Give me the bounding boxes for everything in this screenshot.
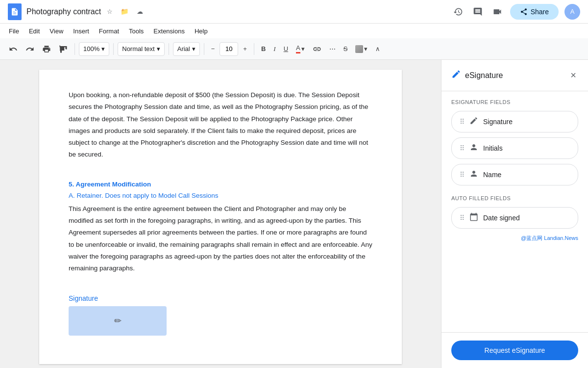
esig-header: eSignature × — [441, 60, 588, 91]
print-button[interactable] — [39, 43, 54, 55]
esig-footer: Request eSignature — [441, 332, 588, 368]
signature-box[interactable]: ✏ — [69, 306, 167, 336]
drag-icon-signature: ⠿ — [460, 118, 465, 126]
zoom-select[interactable]: 100% ▾ — [79, 42, 109, 56]
divider-1 — [74, 43, 75, 55]
top-bar: Photography contract ☆ 📁 ☁ Share A — [0, 0, 588, 24]
esig-pen-icon — [451, 69, 461, 81]
link-button[interactable] — [310, 43, 324, 55]
date-field-icon — [469, 212, 478, 223]
doc-title[interactable]: Photography contract — [26, 7, 101, 16]
section5-heading: 5. Agreement Modification — [69, 181, 372, 188]
initials-field-label: Initials — [483, 144, 503, 152]
expand-button[interactable]: ∧ — [372, 43, 383, 54]
request-esignature-button[interactable]: Request eSignature — [451, 341, 578, 360]
toolbar: 100% ▾ Normal text ▾ Arial ▾ − 10 + B I … — [0, 38, 588, 60]
star-button[interactable]: ☆ — [105, 6, 115, 17]
menu-tools[interactable]: Tools — [124, 26, 148, 37]
name-field-label: Name — [483, 171, 501, 179]
auto-fields-section: AUTO FILLED FIELDS ⠿ Date signed — [451, 195, 578, 229]
name-field-icon — [469, 169, 478, 180]
share-button[interactable]: Share — [510, 4, 559, 20]
doc-title-area: Photography contract ☆ 📁 ☁ — [26, 6, 145, 17]
text-color-button[interactable]: A▾ — [293, 42, 308, 55]
body-text: Upon booking, a non-refundable deposit o… — [69, 91, 368, 158]
highlight-button[interactable]: ▾ — [352, 43, 370, 55]
top-bar-left: Photography contract ☆ 📁 ☁ — [8, 3, 145, 20]
undo-button[interactable] — [6, 43, 21, 55]
italic-button[interactable]: I — [270, 43, 278, 55]
paint-format-button[interactable] — [56, 43, 71, 55]
section5a-text: A. Retainer. Does not apply to Model Cal… — [69, 192, 218, 199]
signature-pen-icon: ✏ — [114, 315, 122, 326]
doc-page: Upon booking, a non-refundable deposit o… — [39, 70, 402, 364]
avatar[interactable]: A — [564, 4, 580, 20]
signature-label: Signature — [69, 294, 372, 302]
body-paragraph: Upon booking, a non-refundable deposit o… — [69, 89, 372, 161]
menu-edit[interactable]: Edit — [24, 26, 45, 37]
document-area: Upon booking, a non-refundable deposit o… — [0, 60, 441, 368]
drag-icon-date: ⠿ — [460, 214, 465, 222]
menu-extensions[interactable]: Extensions — [148, 26, 190, 37]
signature-field[interactable]: ⠿ Signature — [451, 111, 578, 132]
meet-button[interactable] — [490, 5, 504, 19]
section5a-body: This Agreement is the entire agreement b… — [69, 205, 372, 272]
zoom-value: 100% — [83, 45, 99, 53]
signature-field-icon — [469, 116, 478, 127]
menu-bar: File Edit View Insert Format Tools Exten… — [0, 24, 588, 38]
main-area: Upon booking, a non-refundable deposit o… — [0, 60, 588, 368]
drag-icon-name: ⠿ — [460, 171, 465, 179]
top-bar-right: Share A — [451, 4, 580, 20]
font-value: Arial — [177, 45, 190, 53]
auto-fields-label: AUTO FILLED FIELDS — [451, 195, 578, 201]
share-label: Share — [531, 8, 549, 16]
esignature-panel: eSignature × ESIGNATURE FIELDS ⠿ Signatu… — [441, 60, 588, 368]
esig-title-area: eSignature — [451, 69, 503, 81]
divider-4 — [204, 43, 204, 55]
more-button[interactable]: ⋯ — [326, 43, 339, 54]
strikethrough-button[interactable]: S — [341, 43, 351, 54]
section5a-paragraph: This Agreement is the entire agreement b… — [69, 203, 372, 275]
font-select[interactable]: Arial ▾ — [173, 42, 200, 56]
font-size-increase[interactable]: + — [240, 43, 250, 54]
drag-icon-initials: ⠿ — [460, 144, 465, 152]
esig-fields-label: ESIGNATURE FIELDS — [451, 99, 578, 105]
initials-field-icon — [469, 143, 478, 154]
menu-help[interactable]: Help — [190, 26, 213, 37]
signature-field-label: Signature — [483, 118, 513, 126]
comment-button[interactable] — [471, 5, 485, 19]
esig-title-text: eSignature — [465, 71, 503, 80]
underline-button[interactable]: U — [281, 43, 291, 54]
style-value: Normal text — [122, 45, 154, 53]
font-size-input[interactable]: 10 — [222, 45, 236, 53]
menu-file[interactable]: File — [4, 26, 24, 37]
style-select[interactable]: Normal text ▾ — [118, 42, 164, 56]
google-docs-icon — [8, 3, 22, 20]
watermark: @蓝点网 Landian.News — [451, 235, 578, 242]
font-size-decrease[interactable]: − — [208, 43, 218, 54]
menu-format[interactable]: Format — [94, 26, 124, 37]
folder-button[interactable]: 📁 — [119, 6, 131, 17]
cloud-button[interactable]: ☁ — [135, 6, 145, 17]
font-size-area: 10 — [220, 42, 238, 56]
initials-field[interactable]: ⠿ Initials — [451, 137, 578, 159]
esig-content: ESIGNATURE FIELDS ⠿ Signature ⠿ Initials… — [441, 91, 588, 332]
section5a-heading: A. Retainer. Does not apply to Model Cal… — [69, 192, 372, 199]
redo-button[interactable] — [23, 43, 37, 55]
bold-button[interactable]: B — [258, 43, 269, 54]
date-signed-field[interactable]: ⠿ Date signed — [451, 207, 578, 229]
divider-5 — [254, 43, 254, 55]
esig-close-button[interactable]: × — [568, 68, 578, 83]
menu-insert[interactable]: Insert — [68, 26, 94, 37]
date-signed-field-label: Date signed — [483, 214, 520, 222]
history-button[interactable] — [451, 5, 465, 19]
name-field[interactable]: ⠿ Name — [451, 164, 578, 185]
divider-3 — [169, 43, 169, 55]
menu-view[interactable]: View — [45, 26, 68, 37]
divider-2 — [113, 43, 114, 55]
